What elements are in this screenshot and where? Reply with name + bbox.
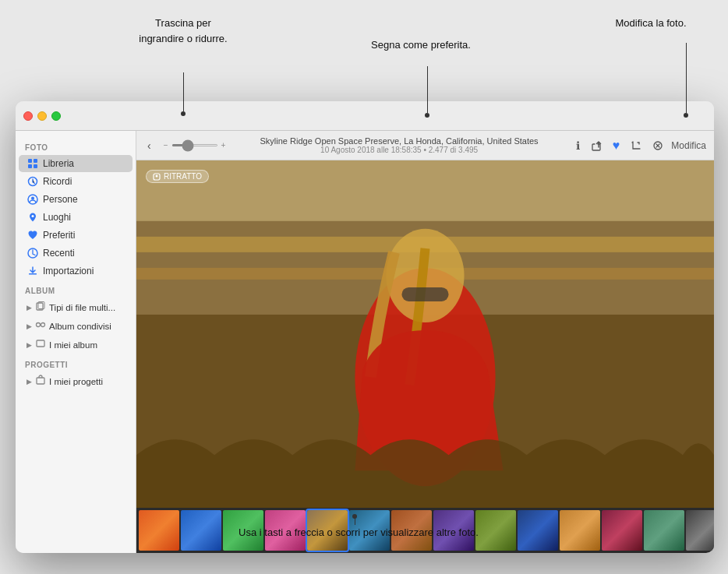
app-window: Foto Libreria — [16, 101, 714, 553]
photo-toolbar: ‹ − + Skyline Ridge Open Space Preserve,… — [136, 131, 714, 160]
filmstrip-thumb-11[interactable] — [602, 510, 642, 551]
multifile-icon — [35, 301, 46, 314]
svg-point-13 — [41, 323, 45, 327]
zoom-out-icon: − — [164, 141, 168, 150]
sidebar-item-condivisi-label: Album condivisi — [49, 322, 111, 331]
memories-icon — [27, 175, 39, 188]
favorite-button[interactable]: ♥ — [610, 137, 624, 154]
shared-icon — [35, 319, 46, 333]
filmstrip-thumb-9[interactable] — [518, 510, 558, 551]
photo-date-counter: 10 Agosto 2018 alle 18:58:35 • 2.477 di … — [231, 146, 566, 154]
sidebar-item-importazioni[interactable]: Importazioni — [19, 262, 133, 280]
svg-point-6 — [31, 197, 34, 200]
sidebar-section-album: Album — [16, 280, 136, 298]
heart-filled-icon: ♥ — [613, 139, 620, 153]
filmstrip-thumb-3[interactable] — [265, 510, 306, 551]
chevron-right-icon-4: ▶ — [27, 378, 32, 386]
svg-rect-15 — [37, 378, 44, 384]
grid-icon — [27, 157, 39, 170]
filmstrip-thumb-4[interactable] — [307, 510, 348, 551]
filmstrip-thumb-12[interactable] — [644, 510, 684, 551]
sidebar-item-recenti-label: Recenti — [43, 248, 75, 259]
sidebar-item-importazioni-label: Importazioni — [43, 266, 94, 276]
filmstrip-thumb-2[interactable] — [223, 510, 263, 551]
minimize-button[interactable] — [37, 111, 47, 121]
adjust-button[interactable] — [649, 139, 666, 153]
sidebar-item-preferiti[interactable]: Preferiti — [19, 227, 133, 244]
sidebar-item-tipi[interactable]: ▶ Tipi di file multi... — [19, 298, 133, 316]
filmstrip-thumb-8[interactable] — [475, 510, 516, 551]
sidebar-item-ricordi-label: Ricordi — [43, 176, 72, 187]
sidebar-item-ricordi[interactable]: Ricordi — [19, 173, 133, 190]
sidebar-item-miei-progetti[interactable]: ▶ I miei progetti — [19, 372, 133, 390]
sidebar-item-condivisi[interactable]: ▶ Album condivisi — [19, 317, 133, 335]
crop-rotate-button[interactable] — [627, 139, 645, 153]
info-button[interactable]: ℹ — [573, 138, 583, 153]
svg-point-12 — [37, 323, 41, 327]
svg-rect-14 — [37, 340, 44, 347]
info-icon: ℹ — [576, 139, 580, 152]
filmstrip-thumb-1[interactable] — [181, 510, 221, 551]
sidebar-item-miei-progetti-label: I miei progetti — [49, 377, 103, 386]
svg-rect-0 — [28, 159, 32, 163]
svg-point-7 — [32, 215, 34, 217]
sidebar-item-luoghi-label: Luoghi — [43, 212, 71, 223]
content-area: Foto Libreria — [16, 131, 714, 553]
svg-rect-1 — [34, 159, 37, 163]
filmstrip-thumb-5[interactable] — [349, 510, 390, 551]
zoom-slider-input[interactable] — [171, 144, 218, 146]
filmstrip — [136, 508, 714, 553]
svg-rect-25 — [401, 287, 448, 301]
photo-info-center: Skyline Ridge Open Space Preserve, La Ho… — [231, 136, 566, 154]
filmstrip-thumb-7[interactable] — [433, 510, 474, 551]
zoom-in-icon: + — [221, 141, 226, 150]
adjust-icon — [652, 140, 663, 151]
photo-svg — [136, 160, 714, 508]
sidebar-item-tipi-label: Tipi di file multi... — [49, 303, 115, 312]
heart-icon — [27, 229, 39, 241]
svg-rect-9 — [29, 273, 37, 275]
sidebar-item-persone[interactable]: Persone — [19, 191, 133, 208]
back-button[interactable]: ‹ — [144, 138, 154, 153]
sidebar-item-libreria[interactable]: Libreria — [19, 155, 133, 172]
share-icon — [591, 140, 602, 151]
share-button[interactable] — [588, 139, 605, 153]
filmstrip-thumb-13[interactable] — [686, 510, 714, 551]
photo-area: ‹ − + Skyline Ridge Open Space Preserve,… — [136, 131, 714, 553]
filmstrip-inner — [136, 508, 714, 553]
sidebar-item-luoghi[interactable]: Luoghi — [19, 209, 133, 226]
zoom-control: − + — [164, 141, 226, 150]
photo-counter: 2.477 di 3.495 — [429, 146, 478, 154]
chevron-right-icon-3: ▶ — [27, 341, 32, 349]
filmstrip-thumb-6[interactable] — [391, 510, 432, 551]
sidebar-item-preferiti-label: Preferiti — [43, 230, 75, 241]
filmstrip-thumb-10[interactable] — [560, 510, 600, 551]
callout-fav: Segna come preferita. — [343, 37, 499, 53]
sidebar-item-persone-label: Persone — [43, 194, 78, 205]
album-icon — [35, 338, 46, 351]
sidebar-item-recenti[interactable]: Recenti — [19, 245, 133, 262]
edit-button[interactable]: Modifica — [671, 140, 706, 151]
sidebar-section-foto: Foto — [16, 137, 136, 154]
chevron-right-icon-2: ▶ — [27, 322, 32, 330]
photo-date: 10 Agosto 2018 alle 18:58:35 — [320, 146, 422, 154]
close-button[interactable] — [23, 111, 33, 121]
filmstrip-thumb-0[interactable] — [139, 510, 179, 551]
photo-display: RITRATTO — [136, 160, 714, 508]
sidebar-item-libreria-label: Libreria — [43, 158, 74, 169]
chevron-left-icon: ‹ — [147, 139, 151, 152]
sidebar: Foto Libreria — [16, 131, 136, 553]
chevron-right-icon: ▶ — [27, 304, 32, 312]
titlebar — [16, 101, 714, 131]
portrait-icon — [153, 173, 161, 181]
photo-main-image: RITRATTO — [136, 160, 714, 508]
portrait-badge: RITRATTO — [146, 170, 209, 183]
svg-point-27 — [156, 174, 158, 177]
svg-rect-3 — [34, 164, 37, 168]
photo-location: Skyline Ridge Open Space Preserve, La Ho… — [231, 136, 566, 146]
fullscreen-button[interactable] — [51, 111, 61, 121]
portrait-label: RITRATTO — [164, 172, 202, 181]
sidebar-item-miei-album[interactable]: ▶ I miei album — [19, 336, 133, 354]
location-icon — [27, 211, 39, 224]
svg-rect-2 — [28, 164, 32, 168]
